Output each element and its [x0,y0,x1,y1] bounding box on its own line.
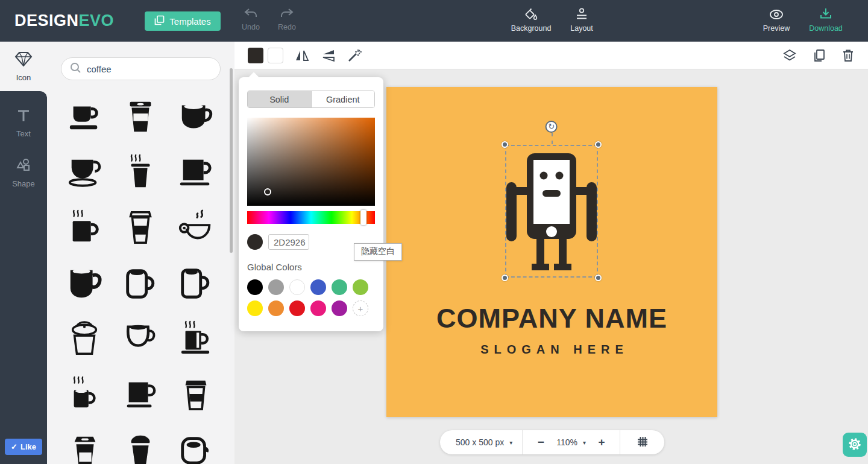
icon-result-cup-steam-outline[interactable] [168,200,224,255]
designevo-app: DESIGNEVO Templates Undo Redo Background… [0,0,868,464]
espresso-outline-icon [122,320,159,357]
zoom-in-button[interactable]: + [593,436,610,449]
cup-saucer-flat-icon [66,98,104,135]
outline-color-swatch[interactable] [268,48,283,63]
selected-object[interactable]: ↻ [505,145,598,278]
magic-wand-icon[interactable] [347,48,363,63]
search-input[interactable] [87,64,212,74]
canvas-size-caret-icon: ▾ [509,439,512,446]
background-label: Background [511,24,552,33]
icon-result-togo-sleeve[interactable] [113,200,168,255]
grid-toggle-button[interactable] [630,435,655,450]
global-color-swatch[interactable] [353,279,368,295]
company-name-text[interactable]: COMPANY NAME [386,303,717,334]
preview-button[interactable]: Preview [755,7,798,33]
color-picker-popup: Solid Gradient Global Colors + [239,77,383,331]
color-picker-tabs: Solid Gradient [247,91,375,108]
icon-result-mug-outline[interactable] [113,255,168,311]
sidebar-tab-shape[interactable]: Shape [0,148,47,197]
icon-result-mug-top[interactable] [168,89,224,144]
icon-result-mug-big-filled[interactable] [57,255,113,311]
saturation-area[interactable] [247,118,375,206]
togo-sleeve-icon [122,209,159,246]
sidebar-tab-icon-label: Icon [16,73,31,82]
like-button[interactable]: ✓ Like [5,439,42,455]
background-button[interactable]: Background [509,7,553,33]
object-toolbar [234,42,868,69]
like-label: Like [20,442,36,451]
sidebar-tab-text[interactable]: Text [0,98,47,148]
zoom-level-value: 110% [556,437,577,447]
icon-result-square-cup-saucer[interactable] [113,366,168,422]
icon-result-mug-outline-coffee[interactable] [168,422,224,464]
flip-vertical-icon[interactable] [321,48,336,63]
resize-handle-bottom-right[interactable] [595,275,602,281]
add-global-color-button[interactable]: + [353,300,368,316]
global-color-swatch[interactable] [247,300,263,316]
mug-outline-coffee-icon [177,431,215,464]
paint-bucket-icon [523,7,539,22]
global-color-swatch[interactable] [289,300,305,316]
undo-icon [244,7,258,21]
icon-result-togo-lid-band[interactable] [57,422,113,464]
icon-result-paper-cup-steam[interactable] [113,144,168,200]
templates-button[interactable]: Templates [145,11,221,31]
icon-result-cup-saucer-flat[interactable] [57,89,113,144]
tab-solid[interactable]: Solid [248,91,311,107]
global-color-swatch[interactable] [332,279,347,295]
icon-result-togo-band[interactable] [113,89,168,144]
top-bar: DESIGNEVO Templates Undo Redo Background… [0,0,868,42]
saturation-cursor[interactable] [264,188,271,195]
gear-icon [847,436,863,454]
icon-result-cup-saucer-round[interactable] [57,144,113,200]
canvas-size-dropdown[interactable]: 500 x 500 px ▾ [456,437,512,447]
global-color-swatch[interactable] [310,300,326,316]
sidebar-tab-icon[interactable]: Icon [0,42,47,91]
layout-button[interactable]: Layout [560,7,603,33]
trash-icon[interactable] [841,48,855,63]
zoom-out-button[interactable]: − [532,436,549,449]
icon-result-togo-lid-outline[interactable] [57,311,113,366]
icon-result-espresso-outline[interactable] [113,311,168,366]
global-color-swatch[interactable] [247,279,263,295]
global-color-swatch[interactable] [268,300,284,316]
hex-input[interactable] [268,234,309,250]
zoom-level-dropdown[interactable]: 110% ▾ [556,437,586,447]
slogan-text[interactable]: SLOGAN HERE [386,343,717,357]
icon-result-mug-steam[interactable] [57,200,113,255]
resize-handle-top-left[interactable] [502,141,508,148]
hue-slider[interactable] [247,211,375,224]
redo-button[interactable]: Redo [265,7,309,31]
togo-band-outline-icon [177,375,215,413]
icon-result-mug-steam-small[interactable] [57,366,113,422]
rotate-handle[interactable]: ↻ [546,121,558,133]
global-color-swatch[interactable] [310,279,326,295]
icon-result-mug-saucer-steam[interactable] [168,311,224,366]
settings-button[interactable] [843,433,867,457]
design-canvas[interactable]: COMPANY NAME SLOGAN HERE [386,87,717,417]
resize-handle-bottom-left[interactable] [502,275,508,281]
icon-result-togo-band-outline[interactable] [168,366,224,422]
tab-gradient[interactable]: Gradient [311,91,375,107]
divider [620,430,620,454]
global-color-swatch[interactable] [332,300,347,316]
layers-icon[interactable] [782,48,797,63]
global-color-swatch[interactable] [289,279,305,295]
global-color-swatch[interactable] [268,279,284,295]
icon-result-mug-outline-2[interactable] [168,255,224,311]
panel-scrollbar[interactable] [230,68,233,253]
icon-result-togo-filled[interactable] [113,422,168,464]
duplicate-icon[interactable] [812,48,826,63]
icon-result-square-mug-saucer[interactable] [168,144,224,200]
fill-color-swatch[interactable] [248,48,263,63]
hide-whitespace-tooltip: 隐藏空白 [354,243,402,261]
togo-band-icon [122,98,159,135]
flip-horizontal-icon[interactable] [294,48,310,63]
hue-slider-handle[interactable] [360,210,366,225]
download-button[interactable]: Download [804,7,848,33]
mug-saucer-steam-icon [177,320,215,357]
templates-icon [154,15,165,27]
resize-handle-top-right[interactable] [595,141,602,148]
left-rail: Icon Text Shape ✓ Like [0,42,47,464]
download-label: Download [809,24,843,33]
